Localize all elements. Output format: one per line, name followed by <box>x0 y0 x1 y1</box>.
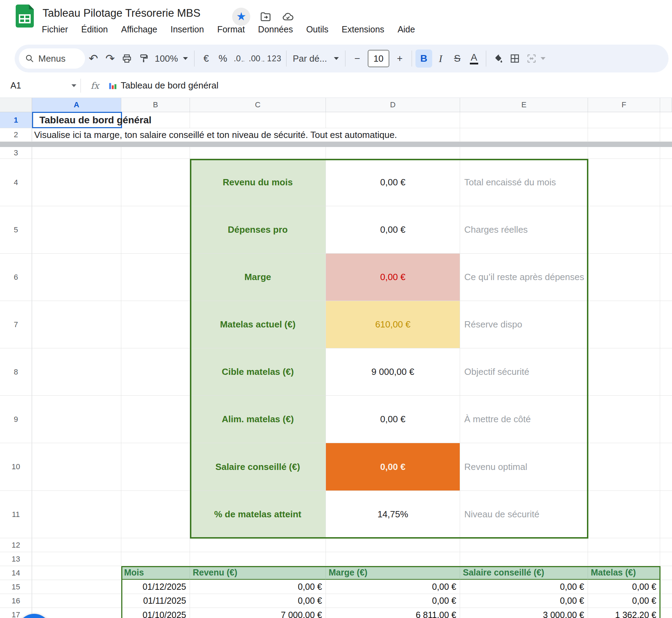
menus-search-button[interactable]: Menus <box>19 48 85 69</box>
row-header-10[interactable]: 10 <box>0 443 32 490</box>
table-cell-salaire[interactable]: 0,00 € <box>460 580 588 594</box>
dashboard-value-revenu[interactable]: 0,00 € <box>326 159 460 206</box>
dashboard-label-cible-matelas[interactable]: Cible matelas (€) <box>190 348 326 395</box>
dashboard-value-salaire[interactable]: 0,00 € <box>326 443 460 490</box>
dashboard-value-cible-matelas[interactable]: 9 000,00 € <box>326 348 460 395</box>
table-header-salaire[interactable]: Salaire conseillé (€) <box>460 566 588 580</box>
dashboard-value-pct-matelas[interactable]: 14,75% <box>326 491 460 538</box>
increase-decimals-button[interactable]: .00→ <box>248 49 266 68</box>
table-cell-date[interactable]: 01/10/2025 <box>121 608 190 618</box>
dashboard-desc-marge[interactable]: Ce qu’il reste après dépenses <box>460 254 588 301</box>
decrease-decimals-button[interactable]: .0← <box>231 49 248 68</box>
number-format-button[interactable]: 123 <box>266 49 283 68</box>
dashboard-desc-pct-matelas[interactable]: Niveau de sécurité <box>460 491 588 538</box>
select-all-corner[interactable] <box>0 98 32 112</box>
font-size-input[interactable]: 10 <box>368 50 389 67</box>
table-cell-marge[interactable]: 0,00 € <box>326 580 460 594</box>
row-header-8[interactable]: 8 <box>0 348 32 395</box>
menu-donnees[interactable]: Données <box>257 23 293 36</box>
row-header-9[interactable]: 9 <box>0 396 32 443</box>
merge-cells-button[interactable] <box>523 49 540 68</box>
dashboard-label-revenu[interactable]: Revenu du mois <box>190 159 326 206</box>
borders-button[interactable] <box>506 49 523 68</box>
paint-format-button[interactable] <box>135 49 152 68</box>
menu-aide[interactable]: Aide <box>397 23 416 36</box>
dashboard-label-depenses[interactable]: Dépenses pro <box>190 206 326 253</box>
row-header-13[interactable]: 13 <box>0 552 32 566</box>
table-cell-revenu[interactable]: 0,00 € <box>190 580 326 594</box>
frozen-rows-divider[interactable] <box>0 142 672 147</box>
dashboard-label-matelas-actuel[interactable]: Matelas actuel (€) <box>190 301 326 348</box>
row-header-15[interactable]: 15 <box>0 580 32 594</box>
text-color-button[interactable]: A <box>466 49 482 68</box>
table-cell-matelas[interactable]: 0,00 € <box>588 594 660 608</box>
font-family-select[interactable]: Par dé... <box>290 53 342 64</box>
table-cell-marge[interactable]: 6 811,00 € <box>326 608 460 618</box>
table-cell-salaire[interactable]: 0,00 € <box>460 594 588 608</box>
table-cell-matelas[interactable]: 1 362,20 € <box>588 608 660 618</box>
dashboard-desc-matelas-actuel[interactable]: Réserve dispo <box>460 301 588 348</box>
name-box-dropdown-icon[interactable] <box>71 84 76 87</box>
menu-outils[interactable]: Outils <box>305 23 329 36</box>
dashboard-desc-salaire[interactable]: Revenu optimal <box>460 443 588 490</box>
redo-button[interactable]: ↷ <box>102 49 119 68</box>
undo-button[interactable]: ↶ <box>85 49 102 68</box>
dashboard-desc-depenses[interactable]: Charges réelles <box>460 206 588 253</box>
column-header-b[interactable]: B <box>121 98 190 112</box>
menu-insertion[interactable]: Insertion <box>170 23 205 36</box>
dashboard-label-marge[interactable]: Marge <box>190 254 326 301</box>
dashboard-label-salaire[interactable]: Salaire conseillé (€) <box>190 443 326 490</box>
column-header-e[interactable]: E <box>460 98 588 112</box>
menu-format[interactable]: Format <box>216 23 245 36</box>
column-header-c[interactable]: C <box>190 98 326 112</box>
row-header-16[interactable]: 16 <box>0 594 32 608</box>
row-header-6[interactable]: 6 <box>0 254 32 301</box>
table-cell-marge[interactable]: 0,00 € <box>326 594 460 608</box>
zoom-select[interactable]: 100% <box>152 53 191 64</box>
dashboard-desc-cible-matelas[interactable]: Objectif sécurité <box>460 348 588 395</box>
table-cell-date[interactable]: 01/12/2025 <box>121 580 190 594</box>
italic-button[interactable]: I <box>432 49 449 68</box>
cell-a1[interactable]: Tableau de bord général <box>32 112 121 128</box>
menu-extensions[interactable]: Extensions <box>341 23 385 36</box>
menu-edition[interactable]: Édition <box>81 23 108 36</box>
percent-format-button[interactable]: % <box>215 49 231 68</box>
increase-font-size-button[interactable]: + <box>391 49 408 68</box>
print-button[interactable] <box>119 49 135 68</box>
column-header-d[interactable]: D <box>326 98 460 112</box>
dashboard-desc-alim-matelas[interactable]: À mettre de côté <box>460 396 588 443</box>
dashboard-desc-revenu[interactable]: Total encaissé du mois <box>460 159 588 206</box>
table-header-marge[interactable]: Marge (€) <box>326 566 460 580</box>
dashboard-value-alim-matelas[interactable]: 0,00 € <box>326 396 460 443</box>
row-header-11[interactable]: 11 <box>0 491 32 538</box>
document-title[interactable]: Tableau Pilotage Trésorerie MBS <box>43 7 200 20</box>
fill-color-button[interactable] <box>490 49 506 68</box>
currency-format-button[interactable]: € <box>198 49 215 68</box>
dashboard-value-depenses[interactable]: 0,00 € <box>326 206 460 253</box>
table-header-revenu[interactable]: Revenu (€) <box>190 566 326 580</box>
merge-dropdown-icon[interactable] <box>541 57 545 60</box>
table-cell-matelas[interactable]: 0,00 € <box>588 580 660 594</box>
column-header-g[interactable] <box>660 98 672 112</box>
formula-input[interactable]: Tableau de bord général <box>108 80 218 91</box>
column-header-a[interactable]: A <box>32 98 121 112</box>
strikethrough-button[interactable]: S <box>449 49 466 68</box>
table-cell-date[interactable]: 01/11/2025 <box>121 594 190 608</box>
dashboard-value-matelas-actuel[interactable]: 610,00 € <box>326 301 460 348</box>
row-header-12[interactable]: 12 <box>0 538 32 552</box>
row-header-7[interactable]: 7 <box>0 301 32 348</box>
cell-a2[interactable]: Visualise ici ta marge, ton salaire cons… <box>32 128 460 141</box>
menu-affichage[interactable]: Affichage <box>120 23 158 36</box>
bold-button[interactable]: B <box>415 49 432 68</box>
row-header-2[interactable]: 2 <box>0 128 32 141</box>
row-header-1[interactable]: 1 <box>0 112 32 128</box>
row-header-3[interactable]: 3 <box>0 147 32 159</box>
dashboard-label-pct-matelas[interactable]: % de matelas atteint <box>190 491 326 538</box>
table-cell-salaire[interactable]: 3 000,00 € <box>460 608 588 618</box>
table-cell-revenu[interactable]: 0,00 € <box>190 594 326 608</box>
row-header-4[interactable]: 4 <box>0 159 32 206</box>
name-box[interactable]: A1 <box>0 80 71 91</box>
dashboard-value-marge[interactable]: 0,00 € <box>326 254 460 301</box>
dashboard-label-alim-matelas[interactable]: Alim. matelas (€) <box>190 396 326 443</box>
menu-fichier[interactable]: Fichier <box>41 23 69 36</box>
